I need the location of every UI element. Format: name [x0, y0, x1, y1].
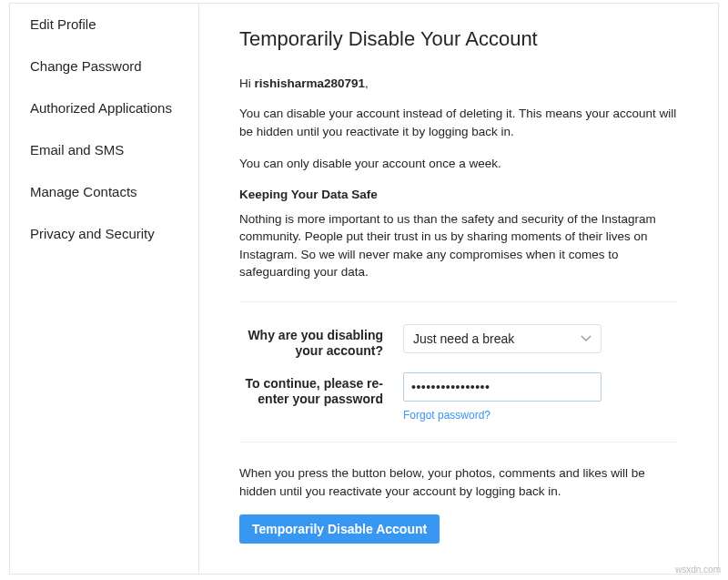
- disable-info-para-1: You can disable your account instead of …: [239, 105, 678, 140]
- watermark-text: wsxdn.com: [675, 565, 721, 575]
- reason-row: Why are you disabling your account? Just…: [239, 324, 678, 360]
- sidebar-item-manage-contacts[interactable]: Manage Contacts: [10, 171, 198, 213]
- password-row: To continue, please re-enter your passwo…: [239, 372, 678, 422]
- data-safe-para: Nothing is more important to us than the…: [239, 210, 678, 281]
- sidebar-item-privacy-security[interactable]: Privacy and Security: [10, 213, 198, 255]
- page-title: Temporarily Disable Your Account: [239, 27, 678, 51]
- forgot-password-link[interactable]: Forgot password?: [403, 409, 490, 422]
- settings-container: Edit Profile Change Password Authorized …: [9, 3, 719, 575]
- reason-selected-value: Just need a break: [413, 331, 514, 346]
- sidebar-item-label: Privacy and Security: [30, 226, 155, 241]
- sidebar-item-authorized-applications[interactable]: Authorized Applications: [10, 87, 198, 129]
- sidebar-item-edit-profile[interactable]: Edit Profile: [10, 4, 198, 46]
- sidebar-item-label: Email and SMS: [30, 142, 124, 158]
- confirm-para: When you press the button below, your ph…: [239, 464, 678, 500]
- sidebar-item-label: Edit Profile: [30, 16, 96, 32]
- greeting-suffix: ,: [365, 76, 369, 90]
- sidebar-item-change-password[interactable]: Change Password: [10, 46, 198, 87]
- password-input[interactable]: [403, 372, 602, 402]
- data-safe-heading: Keeping Your Data Safe: [239, 188, 678, 201]
- disable-info-para-2: You can only disable your account once a…: [239, 155, 678, 173]
- settings-sidebar: Edit Profile Change Password Authorized …: [10, 4, 199, 574]
- reason-label: Why are you disabling your account?: [239, 324, 403, 360]
- section-divider: [239, 301, 678, 302]
- reason-select[interactable]: Just need a break: [403, 324, 602, 353]
- temporarily-disable-button[interactable]: Temporarily Disable Account: [239, 514, 440, 544]
- greeting-text: Hi rishisharma280791,: [239, 76, 678, 90]
- main-content: Temporarily Disable Your Account Hi rish…: [199, 4, 718, 574]
- password-label: To continue, please re-enter your passwo…: [239, 372, 403, 408]
- section-divider-2: [239, 442, 678, 443]
- sidebar-item-label: Change Password: [30, 58, 142, 74]
- greeting-prefix: Hi: [239, 76, 255, 90]
- sidebar-item-label: Authorized Applications: [30, 100, 172, 116]
- sidebar-item-email-sms[interactable]: Email and SMS: [10, 129, 198, 171]
- chevron-down-icon: [581, 332, 592, 345]
- sidebar-item-label: Manage Contacts: [30, 184, 137, 199]
- username: rishisharma280791: [255, 76, 366, 90]
